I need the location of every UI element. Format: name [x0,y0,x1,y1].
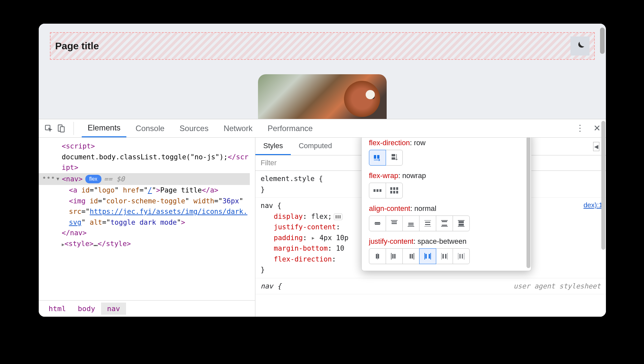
wrap-icon[interactable] [386,183,403,198]
svg-rect-2 [60,126,64,132]
svg-rect-3 [335,215,337,218]
a-node[interactable]: <a id="logo" href="/">Page title</a> [62,185,250,196]
svg-rect-11 [376,189,378,192]
svg-rect-24 [392,223,397,224]
style-node[interactable]: ▶<style>…</style> [62,239,250,249]
nav-close-node[interactable]: </nav> [62,228,250,239]
tab-network[interactable]: Network [218,120,258,137]
justify-content-row: justify-content: space-between [369,237,524,264]
svg-rect-58 [460,254,461,259]
svg-rect-30 [425,224,430,225]
flex-dir-column-icon[interactable] [386,150,403,166]
svg-rect-5 [339,215,341,218]
jc-space-around-icon[interactable] [436,248,453,264]
jc-end-icon[interactable] [402,248,419,264]
tab-styles[interactable]: Styles [255,138,291,155]
svg-rect-7 [377,155,379,159]
svg-rect-9 [392,157,395,160]
flex-wrap-row: flex-wrap: nowrap [369,171,524,198]
nav-rule-2[interactable]: nav { user agent stylesheet [255,278,606,295]
svg-rect-23 [392,221,397,222]
svg-rect-6 [374,155,376,159]
tab-sources[interactable]: Sources [174,120,214,137]
user-agent-label: user agent stylesheet [513,281,601,292]
svg-rect-19 [375,222,380,223]
ac-stretch-icon[interactable] [453,216,470,231]
svg-rect-45 [394,254,396,259]
svg-rect-16 [390,191,392,193]
jc-space-between-icon[interactable] [419,248,436,264]
svg-rect-25 [408,223,414,224]
moon-icon [574,40,586,52]
nav-node-selected[interactable]: ▼ <nav> flex == $0 [39,173,250,185]
jc-space-evenly-icon[interactable] [453,248,470,264]
svg-rect-33 [442,221,447,222]
svg-rect-51 [429,254,430,259]
devtools-scrollbar[interactable] [601,121,605,250]
nowrap-icon[interactable] [369,183,386,198]
tab-elements[interactable]: Elements [82,119,126,137]
page-title-text: Page title [55,40,99,52]
svg-rect-38 [459,224,464,226]
elements-panel: ••• <script> document.body.classList.tog… [39,138,255,317]
separator [74,122,74,135]
ac-between-icon[interactable] [436,216,453,231]
svg-rect-14 [393,187,395,190]
flex-direction-row: flex-direction: row [369,139,524,166]
flex-dir-row-icon[interactable] [369,150,386,166]
svg-rect-46 [410,254,411,259]
svg-rect-37 [459,221,464,223]
jc-start-icon[interactable] [386,248,403,264]
svg-rect-41 [378,254,379,259]
svg-rect-34 [442,225,447,226]
svg-rect-47 [412,254,413,259]
ac-start-icon[interactable] [386,216,403,231]
flex-editor-icon[interactable] [334,214,342,220]
svg-rect-12 [379,189,381,192]
popup-scrollbar[interactable] [526,138,530,268]
flex-badge[interactable]: flex [85,175,101,184]
svg-rect-40 [376,254,377,259]
toggle-sidebar-icon[interactable]: ◀ [593,142,599,151]
dom-breadcrumb: html body nav [39,300,255,317]
svg-rect-44 [392,254,394,259]
dom-tree[interactable]: <script> document.body.classList.toggle(… [39,138,255,300]
script-node[interactable]: <script> document.body.classList.toggle(… [62,141,250,173]
device-toggle-icon[interactable] [56,124,66,133]
more-menu-icon[interactable]: ⋮ [576,123,584,133]
svg-rect-17 [393,191,395,193]
overflow-indicator[interactable]: ••• [42,174,55,182]
svg-rect-13 [390,187,392,190]
tab-computed[interactable]: Computed [291,138,340,155]
tab-console[interactable]: Console [130,120,170,137]
crumb-body[interactable]: body [72,303,101,315]
svg-rect-26 [408,224,414,225]
inspect-icon[interactable] [44,124,53,133]
viewport-scrollbar[interactable] [600,28,605,54]
hero-image [258,74,387,119]
tab-performance[interactable]: Performance [262,120,318,137]
svg-rect-18 [396,191,398,193]
close-devtools-icon[interactable]: ✕ [593,123,601,133]
devtools-actions: ⋮ ✕ [576,123,601,133]
svg-rect-20 [375,224,380,225]
img-node[interactable]: <img id="color-scheme-toggle" width="36p… [62,196,250,228]
jc-center-icon[interactable] [369,248,386,264]
svg-rect-4 [337,215,339,218]
ac-end-icon[interactable] [402,216,419,231]
ac-around-icon[interactable] [419,216,436,231]
svg-rect-55 [445,254,446,259]
nav-element-highlight[interactable]: Page title [50,32,595,60]
dark-mode-toggle[interactable] [570,36,590,56]
devtools-panel: Elements Console Sources Network Perform… [39,119,606,317]
svg-rect-10 [374,189,376,192]
styles-panel: Styles Computed ◀ Filter element.style {… [255,138,606,317]
devtools-body: ••• <script> document.body.classList.tog… [39,138,606,317]
source-link[interactable]: dex):1 [584,200,603,211]
ac-center-icon[interactable] [369,216,386,231]
crumb-html[interactable]: html [43,303,72,315]
expand-arrow-icon[interactable]: ▼ [56,175,59,183]
svg-rect-50 [425,254,427,259]
align-content-row: align-content: normal [369,204,524,231]
crumb-nav[interactable]: nav [101,303,126,315]
